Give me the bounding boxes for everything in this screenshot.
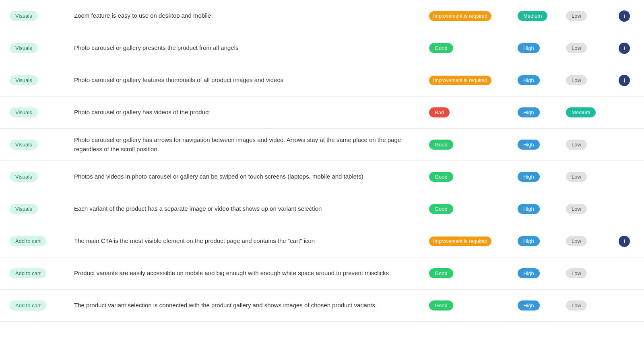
table-row: Visuals Photo carousel or gallery featur… (0, 64, 644, 97)
category-badge: Add to cart (10, 236, 46, 246)
description-cell: Product variants are easily accessible o… (74, 269, 429, 278)
effort-cell: Low (566, 236, 614, 246)
status-badge: Good (429, 140, 453, 150)
priority-badge: High (518, 268, 540, 278)
status-cell: Good (429, 140, 518, 150)
priority-cell: High (518, 75, 566, 85)
category-badge: Add to cart (10, 300, 46, 311)
info-icon[interactable]: i (619, 43, 630, 54)
priority-badge: High (518, 204, 540, 214)
info-icon[interactable]: i (619, 10, 630, 22)
effort-cell: Low (566, 43, 614, 53)
status-badge: Improvement is required (429, 11, 491, 21)
priority-badge: High (518, 75, 540, 85)
table-row: Visuals Zoom feature is easy to use on d… (0, 0, 644, 32)
category-cell: Visuals (10, 43, 74, 53)
category-badge: Visuals (10, 140, 38, 150)
status-cell: Bad (429, 107, 518, 117)
priority-cell: High (518, 300, 566, 311)
effort-cell: Low (566, 268, 614, 278)
table-row: Add to cart The main CTA is the most vis… (0, 225, 644, 257)
info-icon[interactable]: i (619, 236, 630, 247)
status-badge: Improvement is required (429, 76, 491, 85)
priority-badge: High (518, 300, 540, 311)
status-badge: Good (429, 300, 453, 311)
category-cell: Visuals (10, 204, 74, 214)
status-cell: Good (429, 204, 518, 214)
category-cell: Add to cart (10, 268, 74, 278)
status-badge: Bad (429, 107, 450, 117)
category-cell: Add to cart (10, 236, 74, 246)
description-cell: Photo carousel or gallery features thumb… (74, 76, 429, 85)
description-cell: The product variant selection is connect… (74, 301, 429, 310)
category-cell: Visuals (10, 172, 74, 182)
info-icon[interactable]: i (619, 75, 630, 86)
effort-badge: Low (566, 204, 587, 214)
priority-badge: Medium (518, 11, 547, 21)
description-cell: Photos and videos in photo carousel or g… (74, 172, 429, 181)
table-row: Visuals Photo carousel or gallery has ar… (0, 129, 644, 161)
effort-badge: Medium (566, 107, 596, 117)
description-cell: Photo carousel or gallery has arrows for… (74, 136, 429, 154)
main-table: Visuals Zoom feature is easy to use on d… (0, 0, 644, 362)
description-cell: Zoom feature is easy to use on desktop a… (74, 11, 429, 21)
priority-cell: Medium (518, 11, 566, 21)
description-cell: Photo carousel or gallery presents the p… (74, 43, 429, 53)
table-row: Visuals Photo carousel or gallery presen… (0, 32, 644, 64)
effort-cell: Low (566, 172, 614, 182)
priority-cell: High (518, 236, 566, 246)
category-badge: Visuals (10, 11, 38, 21)
table-row: Visuals Photos and videos in photo carou… (0, 161, 644, 193)
table-row: Visuals Each variant of the product has … (0, 193, 644, 225)
status-badge: Good (429, 268, 453, 278)
status-cell: Good (429, 43, 518, 53)
priority-badge: High (518, 236, 540, 246)
effort-cell: Low (566, 140, 614, 150)
status-cell: Improvement is required (429, 76, 518, 85)
status-badge: Good (429, 43, 453, 53)
priority-cell: High (518, 268, 566, 278)
category-cell: Add to cart (10, 300, 74, 311)
status-badge: Good (429, 172, 453, 182)
effort-badge: Low (566, 268, 587, 278)
category-badge: Visuals (10, 204, 38, 214)
category-badge: Add to cart (10, 268, 46, 278)
priority-cell: High (518, 204, 566, 214)
category-cell: Visuals (10, 107, 74, 117)
description-cell: Photo carousel or gallery has videos of … (74, 108, 429, 117)
category-cell: Visuals (10, 11, 74, 21)
effort-badge: Low (566, 140, 587, 150)
priority-badge: High (518, 172, 540, 182)
status-cell: Good (429, 300, 518, 311)
info-cell: i (614, 10, 634, 22)
effort-badge: Low (566, 172, 587, 182)
status-cell: Good (429, 268, 518, 278)
status-cell: Improvement is required (429, 11, 518, 21)
effort-badge: Low (566, 75, 587, 85)
effort-badge: Low (566, 11, 587, 21)
description-cell: The main CTA is the most visible element… (74, 237, 429, 246)
effort-badge: Low (566, 43, 587, 53)
effort-cell: Low (566, 300, 614, 311)
status-cell: Good (429, 172, 518, 182)
priority-cell: High (518, 172, 566, 182)
effort-cell: Low (566, 75, 614, 85)
priority-badge: High (518, 140, 540, 150)
table-row: Visuals Photo carousel or gallery has vi… (0, 97, 644, 129)
table-row: Add to cart Product variants are easily … (0, 257, 644, 290)
priority-cell: High (518, 43, 566, 53)
priority-cell: High (518, 140, 566, 150)
priority-badge: High (518, 43, 540, 53)
status-cell: Improvement is required (429, 237, 518, 246)
description-cell: Each variant of the product has a separa… (74, 204, 429, 214)
category-badge: Visuals (10, 75, 38, 85)
info-cell: i (614, 43, 634, 54)
status-badge: Good (429, 204, 453, 214)
effort-cell: Low (566, 204, 614, 214)
priority-cell: High (518, 107, 566, 117)
category-badge: Visuals (10, 107, 38, 117)
category-cell: Visuals (10, 140, 74, 150)
effort-badge: Low (566, 236, 587, 246)
info-cell: i (614, 236, 634, 247)
status-badge: Improvement is required (429, 237, 491, 246)
